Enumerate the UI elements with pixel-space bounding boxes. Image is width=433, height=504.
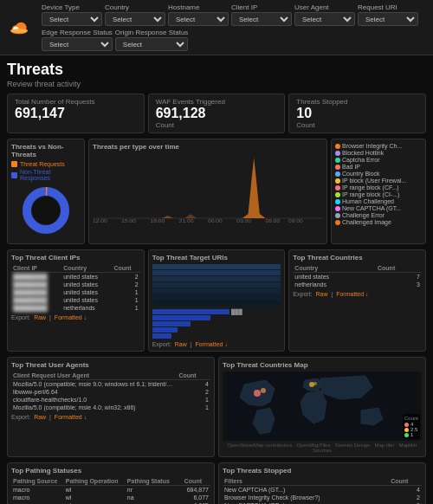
countries-export-formatted[interactable]: Formatted ↓ [336, 291, 368, 297]
client-ip-filter[interactable]: Client IP Select [231, 3, 292, 26]
device-type-filter[interactable]: Device Type Select [42, 3, 102, 26]
agents-export-raw[interactable]: Raw [34, 414, 46, 420]
uri-heatmap: ███ [152, 264, 281, 339]
col-agent-count: Count [177, 372, 210, 380]
svg-text:00:00: 00:00 [208, 219, 223, 223]
user-agents-export: Export: Raw | Formatted ↓ [11, 414, 210, 420]
threats-stopped-value: 10 [296, 106, 418, 121]
threats-stopped-stat: Threats Stopped 10 Count [288, 94, 426, 133]
timeseries-chart-box: Threats per type over time 12:00 [88, 139, 327, 244]
user-agent-cell-3: Mozilla/5.0 (compatible; msie 4.0; win32… [11, 404, 177, 411]
threat-ip-country-4: netherlands [61, 304, 112, 312]
col-client-ip: Client IP [11, 264, 61, 273]
origin-response-filter[interactable]: Origin Response Status Select [115, 29, 189, 51]
threats-stopped-unit: Count [296, 121, 418, 129]
col-filter: Filters [223, 477, 389, 486]
country-select[interactable]: Select [105, 12, 165, 26]
non-threat-legend-dot [11, 172, 17, 178]
countries-map-box: Top Threat Countries Map [218, 357, 426, 457]
user-agent-count-0: 4 [177, 380, 210, 389]
edge-response-filter[interactable]: Edge Response Status Select [42, 29, 113, 51]
threat-uris-export: Export: Raw | Formatted ↓ [152, 341, 281, 347]
user-agent-cell-1: libwww-perl/6.64 [11, 388, 177, 396]
threat-stopped-row-0: New CAPTCHA (GT...) 4 [223, 486, 422, 494]
waf-events-unit: Count [156, 121, 278, 129]
legend-item-3: Bad IP [335, 164, 422, 170]
hostname-select[interactable]: Select [168, 12, 229, 26]
col-country-name: Country [293, 264, 376, 273]
user-agents-title: Top Threat User Agents [11, 361, 210, 369]
export-raw-link[interactable]: Raw [34, 314, 46, 320]
legend-item-5: IP block (User Firewal... [335, 178, 422, 184]
edge-response-label: Edge Response Status [42, 29, 113, 36]
threat-country-count-0: 7 [376, 273, 422, 281]
col-agent: Client Request User Agent [11, 372, 177, 380]
threat-ip-country-2: united states [61, 288, 112, 296]
top-threat-countries-title: Top Threat Countries [293, 254, 422, 262]
user-agent-cell-2: cloudflare-healthchecks/1.0 [11, 396, 177, 404]
page-subtitle: Review threat activity [7, 80, 426, 88]
legend-dot-5 [335, 178, 340, 184]
user-agent-count-3: 1 [177, 404, 210, 411]
threat-ip-cell-2: ████████ [11, 288, 61, 296]
threat-country-row-1: netherlands 3 [293, 281, 422, 288]
request-uri-select[interactable]: Select [358, 12, 418, 26]
threat-ip-cell-1: ████████ [11, 281, 61, 288]
threats-stopped-title: Top Threats Stopped [223, 467, 422, 475]
map-attribution: OpenStreetMap contributors · OpenMapTile… [223, 443, 422, 453]
uri-bar-row-2 [152, 321, 281, 326]
non-threat-legend-label: Non-Threat Responses [20, 169, 81, 181]
user-agent-filter[interactable]: User Agent Select [294, 3, 355, 26]
device-type-select[interactable]: Select [42, 12, 102, 26]
request-uri-label: Request URI [358, 3, 418, 11]
svg-text:21:00: 21:00 [179, 219, 194, 223]
uri-bar-3 [152, 327, 178, 333]
edge-response-select[interactable]: Select [42, 37, 113, 51]
svg-text:15:00: 15:00 [121, 219, 136, 223]
user-agent-row-2: cloudflare-healthchecks/1.0 1 [11, 396, 210, 404]
agents-export-formatted[interactable]: Formatted ↓ [55, 414, 87, 420]
pathing-op-1: wl [64, 494, 126, 501]
legend-dot-0 [335, 144, 340, 149]
svg-text:03:00: 03:00 [236, 219, 251, 223]
countries-export-raw[interactable]: Raw [315, 291, 327, 297]
user-agent-cell-0: Mozilla/5.0 (compatible; msie 9.0; windo… [11, 380, 177, 389]
threat-ip-country-0: united states [61, 273, 112, 281]
threat-ip-row-3: ████████ united states 1 [11, 296, 140, 304]
threat-ip-cell-4: ████████ [11, 304, 61, 312]
svg-text:09:00: 09:00 [288, 219, 303, 223]
legend-item-6: IP range block (CF...) [335, 184, 422, 191]
uri-bar-4 [152, 333, 171, 339]
legend-item-1: Blocked Hotlink [335, 150, 422, 156]
top-threat-ips-title: Top Threat Client IPs [11, 254, 140, 262]
right-legend-box: Browser Integrity Ch... Blocked Hotlink … [331, 139, 426, 244]
countries-map-title: Top Threat Countries Map [223, 361, 422, 369]
export-formatted-link[interactable]: Formatted ↓ [55, 314, 87, 320]
legend-dot-6 [335, 185, 340, 191]
threat-stopped-count-0: 4 [389, 486, 422, 494]
pathing-row-0: macro wl nr 684,877 [11, 486, 210, 494]
device-type-label: Device Type [42, 3, 102, 11]
request-uri-filter[interactable]: Request URI Select [358, 3, 418, 26]
hostname-filter[interactable]: Hostname Select [168, 3, 229, 26]
origin-response-select[interactable]: Select [115, 37, 189, 51]
uri-export-formatted[interactable]: Formatted ↓ [196, 341, 228, 347]
legend-dot-10 [335, 213, 340, 218]
right-legend: Browser Integrity Ch... Blocked Hotlink … [335, 143, 422, 225]
legend-item-10: Challenge Error [335, 212, 422, 218]
country-filter[interactable]: Country Select [105, 3, 165, 26]
uri-bar-list: ███ [152, 309, 281, 339]
bottom-tables-row: Top Pathing Statuses Pathing Source Path… [7, 462, 426, 504]
pathing-status-1: na [126, 494, 183, 501]
user-agent-row-3: Mozilla/5.0 (compatible; msie 4.0; win32… [11, 404, 210, 411]
threat-stopped-filter-0: New CAPTCHA (GT...) [223, 486, 389, 494]
timeseries-chart: 12:00 15:00 18:00 21:00 00:00 03:00 06:0… [93, 153, 323, 223]
threat-marker-us [254, 390, 261, 397]
svg-marker-13 [162, 216, 173, 218]
client-ip-select[interactable]: Select [231, 12, 292, 26]
threat-ip-cell-0: ████████ [11, 273, 61, 281]
user-agent-row-0: Mozilla/5.0 (compatible; msie 9.0; windo… [11, 380, 210, 389]
uri-export-raw[interactable]: Raw [175, 341, 187, 347]
user-agent-select[interactable]: Select [294, 12, 355, 26]
heatmap-row-3 [152, 282, 281, 288]
